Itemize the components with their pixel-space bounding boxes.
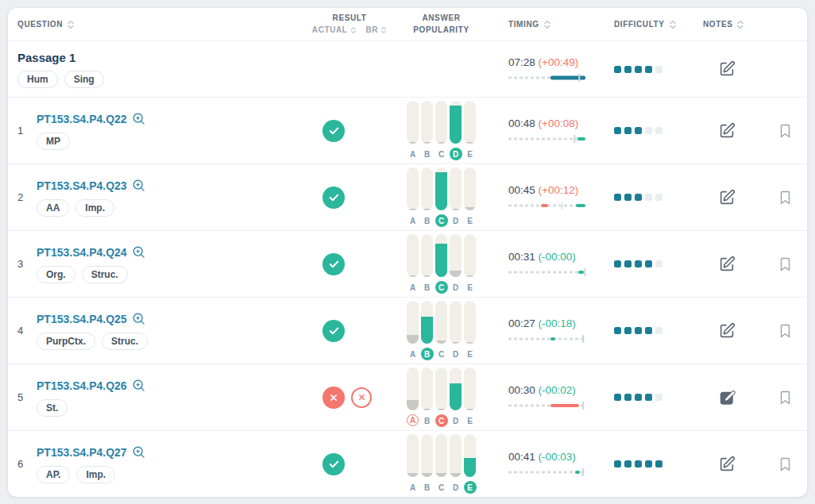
difficulty-dot xyxy=(624,127,632,134)
edit-note-icon[interactable] xyxy=(718,456,736,473)
zoom-question-icon[interactable] xyxy=(132,179,146,193)
answer-bar-track xyxy=(435,367,447,410)
bookmark-icon[interactable] xyxy=(779,257,791,271)
time-delta: (+00:08) xyxy=(539,117,579,129)
sort-icon[interactable] xyxy=(736,20,744,29)
answer-bar-track xyxy=(450,234,462,277)
question-link[interactable]: PT153.S4.P4.Q25 xyxy=(37,313,127,325)
edit-note-icon[interactable] xyxy=(718,322,736,340)
column-header-difficulty[interactable]: DIFFICULTY xyxy=(612,20,691,29)
row-number: 2 xyxy=(17,191,29,203)
tag-pill: Hum xyxy=(17,71,58,88)
answer-letter-A: A xyxy=(407,214,419,227)
time-spent: 00:30 xyxy=(508,384,535,396)
answer-bar-track xyxy=(464,301,476,344)
answer-popularity-chart: A B C D E xyxy=(407,301,476,360)
difficulty-dot xyxy=(614,194,621,201)
edit-note-icon[interactable] xyxy=(718,60,736,78)
column-header-question[interactable]: QUESTION xyxy=(8,20,306,29)
bookmark-icon[interactable] xyxy=(779,391,791,405)
answer-bar-fill xyxy=(464,458,476,477)
zoom-question-icon[interactable] xyxy=(132,445,146,460)
answer-bar-fill xyxy=(450,209,462,210)
sort-icon[interactable] xyxy=(67,20,75,29)
answer-bar-fill xyxy=(407,400,419,410)
answer-bar-track xyxy=(435,301,447,344)
answer-bar-E: E xyxy=(464,301,476,360)
bookmark-icon[interactable] xyxy=(779,457,791,471)
zoom-question-icon[interactable] xyxy=(132,245,146,260)
correct-check-icon xyxy=(323,453,345,475)
timing-bar xyxy=(508,73,585,83)
zoom-question-icon[interactable] xyxy=(132,379,146,393)
answer-bar-fill xyxy=(435,473,447,477)
answer-bar-fill xyxy=(435,340,447,344)
timing-segment xyxy=(575,471,580,474)
answer-bar-C: C xyxy=(435,167,447,227)
timing-segment xyxy=(550,337,555,340)
bookmark-icon[interactable] xyxy=(779,324,791,338)
question-link[interactable]: PT153.S4.P4.Q24 xyxy=(37,246,127,259)
answer-bar-fill xyxy=(450,106,462,144)
difficulty-dot xyxy=(635,394,642,401)
question-link[interactable]: PT153.S4.P4.Q26 xyxy=(37,379,127,392)
tag-pill: Imp. xyxy=(75,199,114,217)
question-link[interactable]: PT153.S4.P4.Q27 xyxy=(37,446,127,459)
actual-header-label[interactable]: ACTUAL xyxy=(312,25,348,37)
answer-bar-D: D xyxy=(450,234,462,294)
notes-cell xyxy=(691,189,807,206)
question-link[interactable]: PT153.S4.P4.Q22 xyxy=(37,113,127,125)
edit-note-icon[interactable] xyxy=(718,189,736,206)
br-header-label[interactable]: BR xyxy=(366,25,379,37)
answer-letter-E: E xyxy=(464,281,477,294)
answer-bar-fill xyxy=(407,209,419,210)
answer-letter-C: C xyxy=(435,148,448,160)
answer-bar-fill xyxy=(421,209,433,210)
timing-target-tick xyxy=(584,268,585,276)
notes-cell xyxy=(691,456,807,473)
answer-bar-fill xyxy=(450,271,462,277)
notes-cell xyxy=(691,389,807,406)
answer-bar-D: D xyxy=(450,367,462,427)
answer-bar-fill xyxy=(421,142,433,144)
timing-bar xyxy=(508,201,585,210)
difficulty-rating xyxy=(614,127,691,134)
edit-note-icon[interactable] xyxy=(718,122,736,140)
answer-letter-C: C xyxy=(435,281,448,294)
sort-icon[interactable] xyxy=(669,20,677,29)
sort-icon[interactable] xyxy=(350,26,357,34)
difficulty-dot xyxy=(614,460,621,467)
answer-letter-E: E xyxy=(464,148,477,160)
row-number: 4 xyxy=(17,325,29,337)
edit-note-filled-icon[interactable] xyxy=(718,389,736,406)
time-delta: (-00:00) xyxy=(539,251,576,263)
answer-bar-fill xyxy=(450,473,462,477)
column-header-timing[interactable]: TIMING xyxy=(500,20,612,29)
sort-icon[interactable] xyxy=(543,20,551,29)
bookmark-icon[interactable] xyxy=(779,124,791,138)
answer-bar-fill xyxy=(421,473,433,477)
question-link[interactable]: PT153.S4.P4.Q23 xyxy=(37,179,127,192)
timing-header-label: TIMING xyxy=(508,20,539,29)
column-header-notes[interactable]: NOTES xyxy=(691,20,807,29)
bookmark-icon[interactable] xyxy=(779,190,791,205)
answer-popularity-chart: A B C D E xyxy=(407,234,476,294)
answer-letter-E: E xyxy=(464,348,477,360)
result-cell xyxy=(306,387,393,409)
zoom-question-icon[interactable] xyxy=(132,312,146,326)
edit-note-icon[interactable] xyxy=(718,256,736,273)
zoom-question-icon[interactable] xyxy=(132,112,146,126)
column-header-answer-popularity: ANSWER POPULARITY xyxy=(393,13,500,36)
answer-bar-track xyxy=(421,101,433,144)
timing-track xyxy=(508,271,585,274)
timing-track xyxy=(508,338,585,340)
answer-bar-fill xyxy=(407,335,419,344)
answer-bar-track xyxy=(450,301,462,344)
answer-letter-B: B xyxy=(421,348,434,360)
sort-icon[interactable] xyxy=(380,26,387,34)
difficulty-dot xyxy=(655,260,662,267)
answer-bar-track xyxy=(435,234,447,277)
time-delta: (+00:12) xyxy=(539,184,579,196)
difficulty-dot xyxy=(645,460,652,467)
difficulty-rating xyxy=(614,327,691,334)
